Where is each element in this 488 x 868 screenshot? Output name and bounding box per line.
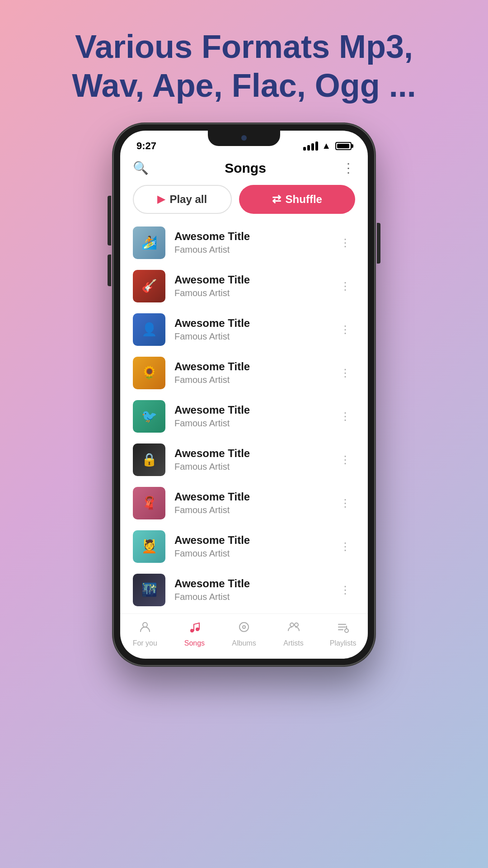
song-title: Awesome Title [174,447,327,460]
playlists-icon [337,621,349,637]
battery-icon [335,142,352,150]
song-art-icon: 🏄 [133,226,165,259]
song-title: Awesome Title [174,491,327,503]
song-more-icon[interactable]: ⋮ [336,406,355,426]
svg-point-0 [143,623,147,627]
song-info: Awesome Title Famous Artist [174,491,327,515]
svg-point-3 [239,623,249,632]
albums-label: Albums [232,639,256,647]
bottom-nav: For you Songs [120,613,368,659]
song-item[interactable]: 👤 Awesome Title Famous Artist ⋮ [127,308,361,351]
song-title: Awesome Title [174,317,327,330]
power-button [377,223,380,264]
svg-point-5 [290,623,294,627]
song-more-icon[interactable]: ⋮ [336,276,355,296]
nav-item-for-you[interactable]: For you [120,614,170,654]
page-headline: Various Formats Mp3, Wav, Ape, Flac, Ogg… [0,0,488,123]
svg-point-10 [345,629,348,632]
song-item[interactable]: 🐦 Awesome Title Famous Artist ⋮ [127,395,361,438]
song-art: 🎸 [133,270,165,302]
status-time: 9:27 [136,140,156,152]
song-info: Awesome Title Famous Artist [174,360,327,385]
song-artist: Famous Artist [174,288,327,298]
albums-icon [238,621,250,637]
volume-up-button [108,214,111,245]
song-item[interactable]: 🏄 Awesome Title Famous Artist ⋮ [127,221,361,264]
song-art: 🌃 [133,574,165,606]
song-artist: Famous Artist [174,592,327,602]
song-item[interactable]: 💆 Awesome Title Famous Artist ⋮ [127,525,361,568]
shuffle-button[interactable]: ⇄ Shuffle [239,185,355,214]
signal-bars-icon [303,142,318,151]
song-more-icon[interactable]: ⋮ [336,537,355,557]
shuffle-label: Shuffle [286,193,322,206]
svg-point-4 [243,626,245,628]
song-info: Awesome Title Famous Artist [174,274,327,298]
song-info: Awesome Title Famous Artist [174,230,327,255]
song-title: Awesome Title [174,360,327,373]
song-info: Awesome Title Famous Artist [174,447,327,472]
song-artist: Famous Artist [174,505,327,515]
song-more-icon[interactable]: ⋮ [336,580,355,600]
song-more-icon[interactable]: ⋮ [336,493,355,513]
for-you-icon [139,621,151,637]
song-art: 🌻 [133,357,165,389]
song-item[interactable]: 🔒 Awesome Title Famous Artist ⋮ [127,438,361,481]
notch-camera [241,135,247,141]
notch [208,131,280,146]
page-title: Songs [225,160,266,176]
song-art: 👤 [133,313,165,346]
song-item[interactable]: 🌻 Awesome Title Famous Artist ⋮ [127,351,361,395]
song-art: 🧣 [133,487,165,519]
song-artist: Famous Artist [174,418,327,429]
nav-item-albums[interactable]: Albums [219,614,269,654]
action-buttons: ▶ Play all ⇄ Shuffle [120,181,368,221]
song-info: Awesome Title Famous Artist [174,317,327,342]
song-list: 🏄 Awesome Title Famous Artist ⋮ 🎸 Awesom… [120,221,368,613]
songs-icon [188,621,201,637]
song-item[interactable]: 🎸 Awesome Title Famous Artist ⋮ [127,264,361,308]
song-title: Awesome Title [174,534,327,547]
song-artist: Famous Artist [174,462,327,472]
wifi-icon: ▲ [322,141,331,151]
svg-point-2 [196,627,199,631]
song-art: 💆 [133,530,165,563]
for-you-label: For you [133,639,157,647]
nav-item-playlists[interactable]: Playlists [318,614,368,654]
song-more-icon[interactable]: ⋮ [336,363,355,383]
phone-screen: 9:27 ▲ 🔍 Songs ⋮ [120,131,368,659]
song-art: 🐦 [133,400,165,433]
song-more-icon[interactable]: ⋮ [336,320,355,340]
artists-icon [287,621,300,637]
song-info: Awesome Title Famous Artist [174,404,327,429]
svg-point-6 [295,623,298,627]
song-art-icon: 👤 [133,313,165,346]
svg-point-1 [190,629,194,632]
song-art-icon: 🎸 [133,270,165,302]
song-artist: Famous Artist [174,331,327,342]
song-art: 🔒 [133,443,165,476]
song-artist: Famous Artist [174,548,327,559]
song-item[interactable]: 🧣 Awesome Title Famous Artist ⋮ [127,481,361,525]
song-item[interactable]: 🌃 Awesome Title Famous Artist ⋮ [127,568,361,612]
songs-label: Songs [184,639,205,647]
play-all-label: Play all [169,193,207,206]
status-icons: ▲ [303,141,352,151]
app-header: 🔍 Songs ⋮ [120,155,368,181]
song-art-icon: 🧣 [133,487,165,519]
song-info: Awesome Title Famous Artist [174,577,327,602]
song-art-icon: 🌃 [133,574,165,606]
playlists-label: Playlists [330,639,357,647]
search-icon[interactable]: 🔍 [133,160,149,175]
play-all-button[interactable]: ▶ Play all [133,185,232,214]
play-triangle-icon: ▶ [157,193,165,205]
song-art-icon: 🔒 [133,443,165,476]
artists-label: Artists [283,639,303,647]
song-more-icon[interactable]: ⋮ [336,233,355,253]
song-more-icon[interactable]: ⋮ [336,450,355,470]
song-art-icon: 🌻 [133,357,165,389]
volume-down-button [108,255,111,286]
nav-item-artists[interactable]: Artists [269,614,319,654]
more-options-icon[interactable]: ⋮ [342,160,355,175]
nav-item-songs[interactable]: Songs [170,614,220,654]
